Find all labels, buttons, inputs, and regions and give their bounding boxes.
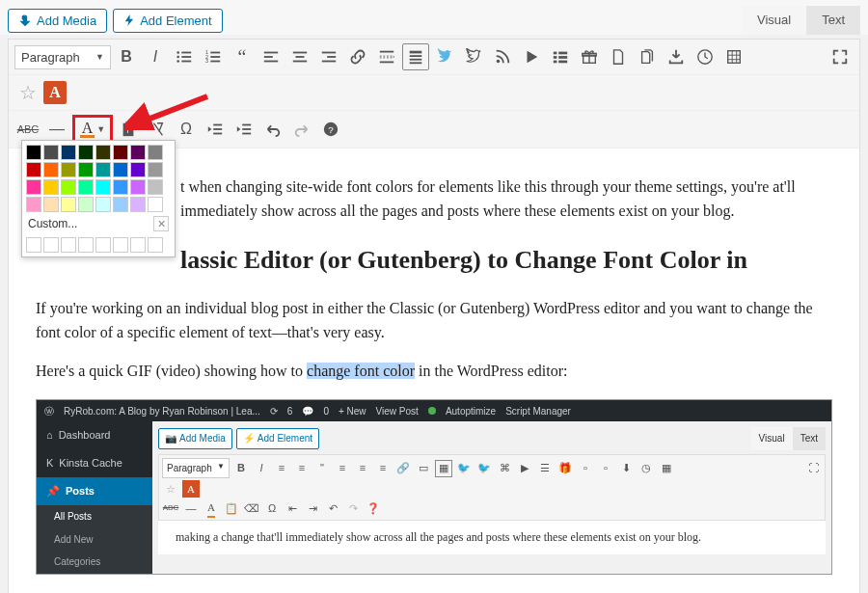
- clear-format-button[interactable]: [144, 116, 171, 143]
- color-swatch[interactable]: [148, 179, 163, 195]
- content-p1: t when changing site-wide font colors fo…: [180, 175, 832, 224]
- inner-view: View Post: [376, 404, 419, 419]
- format-select[interactable]: Paragraph ▼: [14, 45, 111, 69]
- download-icon[interactable]: [663, 43, 690, 70]
- recent-swatch[interactable]: [78, 237, 94, 253]
- tab-text[interactable]: Text: [806, 6, 860, 35]
- svg-rect-2: [181, 52, 191, 54]
- svg-rect-52: [242, 128, 251, 130]
- color-swatch[interactable]: [43, 145, 59, 160]
- blockquote-button[interactable]: “: [229, 43, 256, 70]
- custom-color-link[interactable]: Custom...: [28, 217, 77, 230]
- undo-button[interactable]: [259, 116, 286, 143]
- color-swatch[interactable]: [95, 162, 111, 177]
- align-left-button[interactable]: [258, 43, 285, 70]
- color-swatch[interactable]: [43, 197, 59, 212]
- inner-body: ⌂Dashboard KKinsta Cache 📌Posts All Post…: [37, 421, 831, 574]
- checklist-button[interactable]: [547, 43, 574, 70]
- rss-icon[interactable]: [489, 43, 516, 70]
- tab-visual[interactable]: Visual: [742, 6, 806, 35]
- color-swatch[interactable]: [61, 179, 76, 195]
- add-element-button[interactable]: Add Element: [113, 9, 222, 33]
- color-swatch[interactable]: [113, 197, 128, 212]
- pages-icon[interactable]: [634, 43, 661, 70]
- page-icon[interactable]: [605, 43, 632, 70]
- paste-text-button[interactable]: T: [115, 116, 142, 143]
- svg-rect-16: [293, 52, 307, 54]
- svg-rect-6: [181, 61, 191, 63]
- color-swatch[interactable]: [130, 145, 146, 160]
- inner-main: 📷 Add Media ⚡ Add Element Visual Text Pa…: [152, 421, 831, 574]
- inner-side-addnew: Add New: [37, 528, 152, 552]
- color-swatch[interactable]: [95, 179, 111, 195]
- svg-rect-8: [210, 52, 220, 54]
- align-center-button[interactable]: [286, 43, 313, 70]
- color-swatch[interactable]: [43, 162, 59, 177]
- read-more-button[interactable]: [373, 43, 400, 70]
- content-p2: If you're working on an individual blog …: [36, 297, 832, 345]
- color-swatch[interactable]: [26, 162, 41, 177]
- recent-swatch[interactable]: [61, 237, 76, 253]
- recent-swatch[interactable]: [113, 237, 128, 253]
- color-swatch[interactable]: [78, 162, 94, 177]
- twitter-outline-icon[interactable]: [460, 43, 487, 70]
- color-swatch[interactable]: [130, 179, 146, 195]
- dropcap-button[interactable]: A: [43, 81, 67, 104]
- recent-swatch[interactable]: [130, 237, 146, 253]
- chevron-down-icon: ▼: [95, 52, 104, 62]
- recent-swatch[interactable]: [95, 237, 111, 253]
- no-color-button[interactable]: ✕: [153, 216, 169, 231]
- clock-icon[interactable]: [692, 43, 719, 70]
- svg-text:T: T: [125, 126, 130, 135]
- recent-swatch[interactable]: [148, 237, 163, 253]
- color-swatch[interactable]: [148, 162, 163, 177]
- color-swatch[interactable]: [113, 162, 128, 177]
- color-swatch[interactable]: [43, 179, 59, 195]
- color-swatch[interactable]: [26, 197, 41, 212]
- color-swatch[interactable]: [61, 197, 76, 212]
- bird-icon[interactable]: [431, 43, 458, 70]
- align-right-button[interactable]: [315, 43, 342, 70]
- link-button[interactable]: [344, 43, 371, 70]
- recent-swatch[interactable]: [26, 237, 41, 253]
- svg-rect-50: [213, 133, 222, 135]
- color-swatch[interactable]: [78, 145, 94, 160]
- fullscreen-button[interactable]: [827, 43, 854, 70]
- color-swatch[interactable]: [148, 145, 163, 160]
- color-swatch[interactable]: [148, 197, 163, 212]
- star-icon[interactable]: ☆: [14, 79, 41, 106]
- color-swatch[interactable]: [95, 145, 111, 160]
- color-swatch[interactable]: [78, 179, 94, 195]
- redo-button[interactable]: [288, 116, 315, 143]
- color-swatch[interactable]: [113, 145, 128, 160]
- strikethrough-button[interactable]: ABC: [14, 116, 41, 143]
- recent-swatch[interactable]: [43, 237, 59, 253]
- color-swatch[interactable]: [130, 162, 146, 177]
- special-char-button[interactable]: Ω: [173, 116, 200, 143]
- svg-rect-18: [293, 61, 307, 63]
- color-swatch[interactable]: [61, 145, 76, 160]
- toolbar-toggle-button[interactable]: [402, 43, 429, 70]
- inner-new: New: [347, 406, 366, 417]
- color-swatch[interactable]: [113, 179, 128, 195]
- indent-button[interactable]: [231, 116, 258, 143]
- bullet-list-button[interactable]: [171, 43, 198, 70]
- number-list-button[interactable]: 123: [200, 43, 227, 70]
- editor-top-bar: Add Media Add Element Visual Text: [0, 0, 868, 35]
- color-swatch[interactable]: [95, 197, 111, 212]
- color-swatch[interactable]: [130, 197, 146, 212]
- color-swatch[interactable]: [26, 179, 41, 195]
- italic-button[interactable]: I: [142, 43, 169, 70]
- color-swatch[interactable]: [26, 145, 41, 160]
- hr-button[interactable]: —: [43, 116, 70, 143]
- svg-rect-53: [242, 133, 251, 135]
- play-button[interactable]: [518, 43, 545, 70]
- outdent-button[interactable]: [202, 116, 229, 143]
- color-swatch[interactable]: [61, 162, 76, 177]
- bold-button[interactable]: B: [113, 43, 140, 70]
- table-icon[interactable]: [720, 43, 747, 70]
- help-button[interactable]: ?: [317, 116, 344, 143]
- add-media-button[interactable]: Add Media: [8, 9, 107, 33]
- color-swatch[interactable]: [78, 197, 94, 212]
- gift-icon[interactable]: [576, 43, 603, 70]
